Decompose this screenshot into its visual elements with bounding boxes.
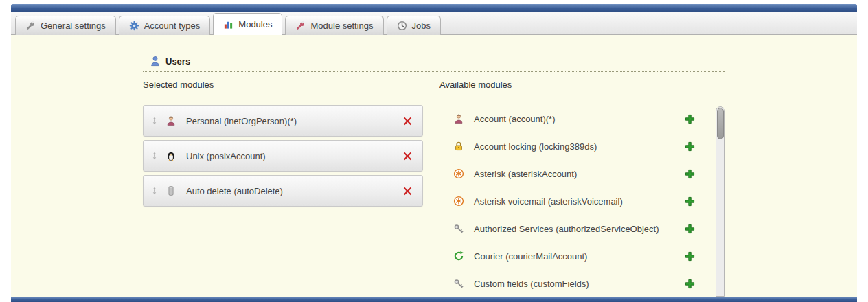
selected-modules-column: Selected modules Personal (inetOrgPerson… <box>143 80 423 297</box>
available-modules-list: Account (account)(*) Account locking (lo… <box>439 105 695 297</box>
module-icon <box>453 168 464 179</box>
available-module-row: Asterisk voicemail (asteriskVoicemail) <box>439 187 695 215</box>
remove-module-button[interactable] <box>402 116 413 126</box>
scrollbar-thumb[interactable] <box>717 108 724 139</box>
tab-label: Jobs <box>412 21 431 31</box>
selected-module-row[interactable]: Auto delete (autoDelete) <box>143 175 423 207</box>
available-module-row: Authorized Services (authorizedServiceOb… <box>439 215 695 242</box>
content-area: Users Selected modules Personal (inetOrg… <box>11 35 857 297</box>
selected-modules-heading: Selected modules <box>143 80 423 90</box>
module-icon <box>453 196 464 207</box>
module-label: Custom fields (customFields) <box>472 279 685 289</box>
add-module-button[interactable] <box>685 141 695 152</box>
available-modules-heading: Available modules <box>439 80 695 90</box>
add-module-button[interactable] <box>685 169 695 179</box>
module-label: Authorized Services (authorizedServiceOb… <box>472 224 685 234</box>
module-label: Account (account)(*) <box>472 114 685 124</box>
tab[interactable]: Account types <box>119 16 211 35</box>
module-icon <box>453 113 464 124</box>
selected-modules-list: Personal (inetOrgPerson)(*) Unix (posixA… <box>143 105 423 207</box>
available-module-row: Account locking (locking389ds) <box>439 132 695 160</box>
plus-icon <box>685 251 695 262</box>
tab[interactable]: Modules <box>213 13 282 35</box>
delete-icon <box>402 116 413 126</box>
module-icon <box>165 150 176 161</box>
tab-label: Module settings <box>310 21 373 31</box>
delete-icon <box>402 186 413 196</box>
remove-module-button[interactable] <box>402 186 413 196</box>
tab-icon <box>25 21 36 31</box>
module-icon <box>453 278 464 289</box>
plus-icon <box>685 279 695 289</box>
plus-icon <box>685 169 695 179</box>
tab-bar: General settings Account types Modules M… <box>11 12 857 35</box>
main-panel: Users Selected modules Personal (inetOrg… <box>11 35 857 297</box>
module-label: Auto delete (autoDelete) <box>185 186 402 196</box>
delete-icon <box>402 151 413 161</box>
drag-handle-icon[interactable] <box>150 116 159 126</box>
plus-icon <box>685 114 695 124</box>
tab-label: Modules <box>238 19 272 30</box>
tab-label: Account types <box>144 21 201 31</box>
module-icon <box>165 185 176 196</box>
module-label: Unix (posixAccount) <box>185 151 402 161</box>
tab[interactable]: General settings <box>15 16 116 35</box>
plus-icon <box>685 224 695 234</box>
remove-module-button[interactable] <box>402 151 413 161</box>
available-module-row: Custom fields (customFields) <box>439 270 695 297</box>
top-bar <box>11 4 857 12</box>
plus-icon <box>685 141 695 152</box>
module-label: Account locking (locking389ds) <box>472 141 685 152</box>
tab[interactable]: Module settings <box>285 16 383 35</box>
module-label: Asterisk voicemail (asteriskVoicemail) <box>472 196 685 207</box>
selected-module-row[interactable]: Personal (inetOrgPerson)(*) <box>143 105 423 137</box>
module-icon <box>453 251 464 262</box>
available-module-row: Account (account)(*) <box>439 105 695 132</box>
plus-icon <box>685 196 695 207</box>
available-module-row: Asterisk (asteriskAccount) <box>439 160 695 187</box>
module-icon <box>453 223 464 234</box>
user-icon <box>150 56 161 67</box>
module-icon <box>453 141 464 152</box>
available-modules-column: Available modules Account (account)(*) <box>439 80 695 297</box>
bottom-bar <box>11 297 857 302</box>
scrollbar[interactable] <box>716 106 725 297</box>
add-module-button[interactable] <box>685 224 695 234</box>
modules-columns: Selected modules Personal (inetOrgPerson… <box>143 80 857 297</box>
app-frame: General settings Account types Modules M… <box>11 4 857 302</box>
drag-handle-icon[interactable] <box>150 186 159 196</box>
module-icon <box>165 115 176 126</box>
add-module-button[interactable] <box>685 114 695 124</box>
add-module-button[interactable] <box>685 279 695 289</box>
module-label: Asterisk (asteriskAccount) <box>472 169 685 179</box>
tab[interactable]: Jobs <box>387 16 441 35</box>
tab-label: General settings <box>41 21 106 31</box>
tab-icon <box>223 19 233 30</box>
module-label: Personal (inetOrgPerson)(*) <box>185 116 402 126</box>
drag-handle-icon[interactable] <box>150 151 159 161</box>
add-module-button[interactable] <box>685 196 695 207</box>
tab-icon <box>397 21 407 31</box>
section-title: Users <box>165 56 190 67</box>
section-heading: Users <box>143 56 725 72</box>
tab-icon <box>295 21 306 31</box>
available-module-row: Courier (courierMailAccount) <box>439 242 695 270</box>
add-module-button[interactable] <box>685 251 695 262</box>
selected-module-row[interactable]: Unix (posixAccount) <box>143 140 423 172</box>
module-label: Courier (courierMailAccount) <box>472 251 685 262</box>
tab-icon <box>129 21 139 31</box>
